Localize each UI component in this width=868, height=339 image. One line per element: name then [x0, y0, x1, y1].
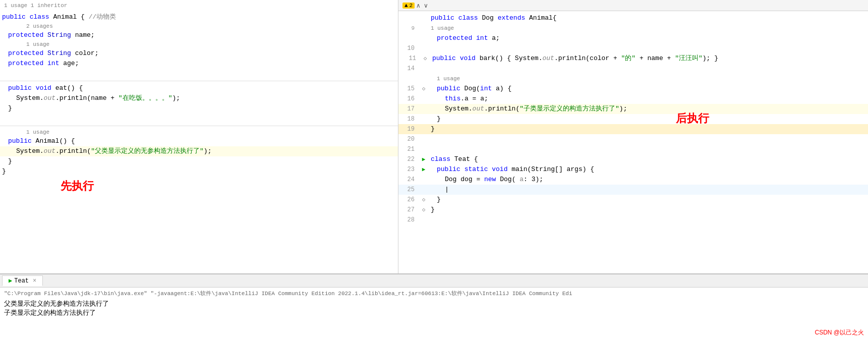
- code-line: protected String color;: [0, 48, 398, 59]
- code-line: this.a = a;: [429, 94, 868, 104]
- code-line: protected int a;: [429, 33, 868, 43]
- table-row: 21: [398, 144, 868, 154]
- gutter: ◇: [419, 205, 429, 215]
- code-line: [429, 134, 868, 144]
- table-row: 18 }: [398, 114, 868, 124]
- line-number: 18: [398, 114, 419, 124]
- code-line: [0, 114, 398, 124]
- table-row: }: [0, 103, 398, 114]
- warning-count: 2: [410, 3, 413, 9]
- table-row: protected String color;: [0, 48, 398, 59]
- code-line: System.out.println("子类显示定义的构造方法执行了");: [429, 104, 868, 114]
- bottom-content: "C:\Program Files\Java\jdk-17\bin\java.e…: [0, 288, 868, 339]
- code-line: }: [0, 156, 398, 166]
- code-line: [0, 69, 398, 79]
- code-line: }: [429, 195, 868, 205]
- code-line: public static void main(String[] args) {: [429, 164, 868, 175]
- line-number: 27: [398, 205, 419, 215]
- csdn-watermark: CSDN @以己之火: [815, 328, 864, 337]
- table-row: protected int age;: [0, 59, 398, 69]
- down-button[interactable]: ∨: [422, 2, 430, 9]
- line-number: 28: [398, 215, 419, 225]
- code-line: |: [429, 185, 868, 195]
- usage-hint: 2 usages: [0, 22, 398, 30]
- table-row: 28: [398, 215, 868, 225]
- separator: [0, 81, 398, 81]
- gutter: ▶: [419, 154, 429, 164]
- code-line: 1 usage: [429, 74, 868, 84]
- run-icon: ▶: [9, 277, 12, 285]
- code-line: class Teat {: [429, 154, 868, 164]
- table-row: 15 ◇ public Dog(int a) {: [398, 84, 868, 94]
- table-row: 19 }: [398, 124, 868, 134]
- table-row: }: [0, 166, 398, 177]
- table-row: }: [0, 156, 398, 166]
- table-row: [0, 114, 398, 124]
- output-line-1: 父类显示定义的无参构造方法执行了: [4, 299, 864, 308]
- table-row: 24 Dog dog = new Dog( a: 3);: [398, 175, 868, 185]
- code-line: Dog dog = new Dog( a: 3);: [429, 175, 868, 185]
- table-row: 26 ◇ }: [398, 195, 868, 205]
- line-number: 25: [398, 185, 419, 195]
- table-row: 25 |: [398, 185, 868, 195]
- editor-area: 1 usage 1 inheritor public class Animal …: [0, 0, 868, 273]
- code-line: [429, 144, 868, 154]
- code-line: protected int age;: [0, 59, 398, 69]
- line-number: 16: [398, 94, 419, 104]
- code-line: }: [0, 103, 398, 114]
- line-number: 24: [398, 175, 419, 185]
- left-pane: 1 usage 1 inheritor public class Animal …: [0, 0, 398, 273]
- line-number: 11: [400, 53, 420, 64]
- code-line: 1 usage: [429, 23, 868, 33]
- tab-close[interactable]: ×: [33, 277, 36, 285]
- line-number: 15: [398, 84, 419, 94]
- code-line: System.out.println(name + "在吃饭。。。。");: [0, 93, 398, 103]
- code-line: }: [429, 124, 868, 134]
- table-row: public void eat() {: [0, 83, 398, 93]
- output-line-2: 子类显示定义的构造方法执行了: [4, 308, 864, 317]
- code-line: public Animal() {: [0, 136, 398, 146]
- annotation-second: 后执行: [676, 111, 709, 126]
- code-line: public class Dog extends Animal{: [429, 13, 868, 23]
- gutter: ◇: [420, 53, 430, 64]
- table-row: System.out.println(name + "在吃饭。。。。");: [0, 93, 398, 103]
- table-row: 23 ▶ public static void main(String[] ar…: [398, 164, 868, 175]
- code-line: public Dog(int a) {: [429, 84, 868, 94]
- code-line: [429, 215, 868, 225]
- up-button[interactable]: ∧: [415, 2, 422, 9]
- table-row: 27 ◇ }: [398, 205, 868, 215]
- console-command: "C:\Program Files\Java\jdk-17\bin\java.e…: [4, 290, 864, 297]
- line-number: 26: [398, 195, 419, 205]
- table-row: protected String name;: [0, 30, 398, 40]
- table-row: public class Animal { //动物类: [0, 12, 398, 22]
- table-row: 14: [398, 64, 868, 74]
- table-row: [0, 69, 398, 79]
- code-line: }: [0, 166, 398, 177]
- warning-badge: ▲ 2: [402, 3, 415, 9]
- table-row: 16 this.a = a;: [398, 94, 868, 104]
- annotation-first: 先执行: [61, 179, 94, 194]
- tab-label: Teat: [14, 277, 29, 285]
- line-number: 17: [398, 104, 419, 114]
- bottom-panel: ▶ Teat × "C:\Program Files\Java\jdk-17\b…: [0, 273, 868, 339]
- table-row: 1 usage: [398, 74, 868, 84]
- line-number: 10: [398, 43, 419, 53]
- table-row: System.out.println("父类显示定义的无参构造方法执行了");: [0, 146, 398, 156]
- line-number: 19: [398, 124, 419, 134]
- code-line: System.out.println("父类显示定义的无参构造方法执行了");: [0, 146, 398, 156]
- gutter: ▶: [419, 164, 429, 175]
- table-row: public class Dog extends Animal{: [398, 13, 868, 23]
- line-number: 23: [398, 164, 419, 175]
- left-top-info: 1 usage 1 inheritor: [0, 0, 398, 10]
- table-row: 11 ◇ public void bark() { System.out.pri…: [398, 53, 868, 64]
- code-line: }: [429, 205, 868, 215]
- line-number: 9: [398, 23, 419, 33]
- annotation-area: 先执行: [0, 177, 398, 197]
- line-number: 21: [398, 144, 419, 154]
- tab-teat[interactable]: ▶ Teat ×: [2, 275, 43, 286]
- code-line: }: [429, 114, 868, 124]
- table-row: public Animal() {: [0, 136, 398, 146]
- usage-hint: 1 usage: [0, 40, 398, 48]
- line-number: 20: [398, 134, 419, 144]
- table-row: 9 1 usage: [398, 23, 868, 33]
